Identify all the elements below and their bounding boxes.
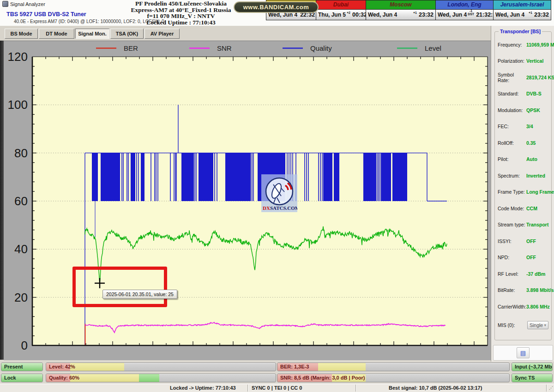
dxsatcs-logo: DXSATCS.COM (261, 174, 297, 217)
transponder-field: CarrierWidth:3.806 MHz (495, 298, 551, 315)
meter-label: Lock (4, 375, 16, 380)
field-value: Transport (526, 222, 548, 227)
tab-bs-mode[interactable]: BS Mode (5, 29, 38, 39)
meter-label: SNR: 8,5 dB (Margin: 3,0 dB | Poor) (280, 375, 365, 380)
legend-label: Quality (310, 44, 332, 52)
chart-tooltip: 2025-06-01 20.35.01, value: 25 (102, 290, 177, 299)
clock-time-row: Wed, Jun 4-1DST21:32:18 (436, 10, 493, 20)
clock-date: Wed, Jun 4 (368, 12, 397, 18)
field-value: 3.806 MHz (526, 304, 550, 309)
svg-text:100: 100 (8, 98, 28, 112)
sidebar-toolbar-button[interactable]: ▤ (517, 347, 530, 358)
app-title: Signal Analyzer (2, 1, 45, 7)
transponder-field: Frame Type:Long Frame (495, 184, 551, 201)
legend-item-quality: Quality (283, 44, 332, 52)
meter-label: Input (~3,72 Mbps) (515, 364, 553, 369)
meter-bar: BER: 1,3E-3 (277, 362, 510, 371)
svg-text:80: 80 (14, 146, 28, 160)
clock-date: Thu, Jun 5 (318, 12, 346, 18)
meter-segment-yellow (70, 374, 139, 382)
field-label: Code Mode: (498, 206, 526, 211)
transponder-field: Frequency:11069,959 MHz (495, 36, 551, 53)
meter-row: PresentLevel: 42%BER: 1,3E-3Input (~3,72… (0, 362, 554, 372)
meter-label: Present (4, 364, 23, 369)
meter-segment-green (139, 374, 159, 382)
status-divider (355, 385, 356, 392)
mis-dropdown-value: Single (530, 322, 543, 328)
clock-utc-offset: +2 (346, 12, 351, 15)
legend-swatch (96, 48, 116, 49)
mis-dropdown[interactable]: Single▾ (527, 321, 548, 329)
tab-signal-mon-[interactable]: Signal Mon. (75, 29, 109, 39)
transponder-field: RollOff:0.35 (495, 135, 551, 151)
field-label: Pilot: (498, 156, 526, 162)
status-lock-uptime: Locked -> Uptime: 77:10:43 (170, 385, 236, 391)
legend-item-snr: SNR (189, 44, 232, 52)
table-icon: ▤ (520, 350, 526, 356)
status-bar: Locked -> Uptime: 77:10:43 SYNC 0 | TEI … (0, 384, 554, 392)
clock-time: 00:32 (352, 12, 367, 18)
field-value: OFF (526, 238, 536, 244)
bandicam-watermark: www.BANDICAM.com (234, 1, 319, 13)
svg-text:20: 20 (14, 291, 28, 304)
tab-bar: BS ModeDT ModeSignal Mon.TSA (OK)AV Play… (0, 26, 491, 41)
tab-dt-mode[interactable]: DT Mode (39, 29, 74, 39)
meter-bar: Level: 42% (46, 362, 276, 371)
transponder-field: FEC:3/4 (495, 119, 551, 135)
field-label: Standard: (498, 91, 526, 96)
mis-field: MIS (0):Single▾ (495, 315, 551, 335)
field-label: RF Level: (498, 271, 526, 277)
legend-label: Level (425, 44, 441, 52)
field-label: Stream type: (498, 222, 526, 227)
field-value: OFF (526, 255, 536, 260)
clock-time-row: Thu, Jun 5+200:32 (316, 10, 366, 20)
field-value: Vertical (526, 58, 543, 64)
clock-city-label: London, Eng (436, 0, 493, 10)
transponder-fields: Frequency:11069,959 MHzPolarization:Vert… (495, 36, 551, 335)
clock-Dubai: DubaiThu, Jun 5+200:32 (316, 0, 366, 20)
resize-grip[interactable]: ⋰ (549, 386, 553, 390)
field-label: RollOff: (498, 140, 526, 146)
transponder-field: Standard:DVB-S (495, 86, 551, 102)
meter-lock: Lock (1, 374, 43, 382)
legend-item-level: Level (397, 44, 441, 52)
field-value: 3/4 (526, 124, 533, 129)
station-info: PF Prodelin 450/Lučenec-Slovakia Express… (121, 0, 241, 25)
transponder-field: ISSYI:OFF (495, 233, 551, 249)
field-value: 0.35 (526, 140, 536, 146)
tab-tsa-ok-[interactable]: TSA (OK) (110, 29, 144, 39)
svg-text:0: 0 (21, 339, 28, 352)
field-label: MIS (0): (498, 322, 526, 328)
transponder-groupbox-title: Transponder [BS] (499, 29, 542, 34)
station-info-line: Express-AM7 at 40°E_Fixed-1 Russia (121, 7, 241, 13)
field-value: 3.898 Mbit/s (526, 287, 554, 293)
signal-chart-panel: 020406080100120 BERSNRQualityLevel 2025-… (4, 41, 491, 360)
legend-swatch (397, 48, 417, 49)
transponder-field: Stream type:Transport (495, 217, 551, 233)
field-value: CCM (526, 206, 537, 211)
meter-label: Level: 42% (49, 364, 75, 369)
tab-av-player[interactable]: AV Player (145, 29, 180, 39)
meter-label: Sync TS (515, 375, 535, 380)
window-header: Signal Analyzer TBS 5927 USB DVB-S2 Tune… (0, 0, 554, 26)
field-label: Modulation: (498, 107, 526, 113)
legend-swatch (189, 48, 210, 49)
clock-city-label: Dubai (316, 0, 366, 10)
transponder-field: Modulation:QPSK (495, 102, 551, 119)
transponder-groupbox: Transponder [BS] Frequency:11069,959 MHz… (494, 31, 552, 340)
sidebar-toolbar: ▤ (493, 345, 553, 361)
station-info-line: PF Prodelin 450/Lučenec-Slovakia (121, 0, 241, 7)
transponder-field: Spectrum:Inverted (495, 167, 551, 184)
station-info-line: Locked Uptime : 77:10:43 (121, 19, 241, 26)
meter-present: Present (1, 362, 43, 371)
transponder-field: Pilot:Auto (495, 151, 551, 168)
field-value: DVB-S (526, 91, 542, 96)
field-value: QPSK (526, 107, 540, 113)
meter-input-3-72-mbps-: Input (~3,72 Mbps) (512, 362, 553, 371)
clock-date: Wed, Jun 4 (438, 12, 467, 18)
signal-chart: 020406080100120 (4, 41, 491, 362)
field-label: Polarization: (498, 58, 526, 64)
field-value: Inverted (526, 173, 545, 178)
transponder-field: Symbol Rate:2819,724 KS/s (495, 69, 551, 86)
field-label: Spectrum: (498, 173, 526, 178)
